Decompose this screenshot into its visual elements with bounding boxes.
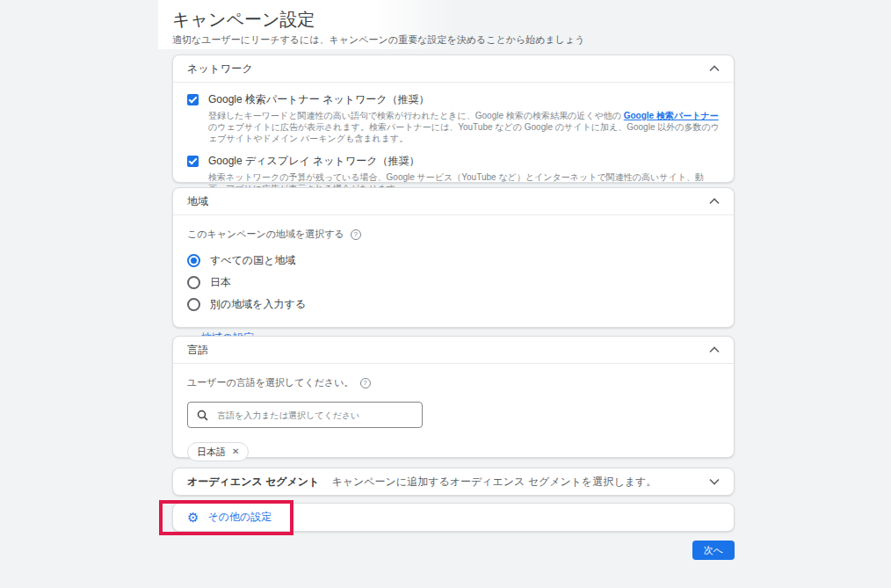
- gear-icon: ⚙: [187, 511, 199, 524]
- language-card-content: ユーザーの言語を選択してください。 ? 日本語 ✕: [173, 364, 734, 461]
- chevron-up-icon[interactable]: [709, 65, 720, 72]
- chevron-down-icon[interactable]: [709, 478, 720, 485]
- language-search-input[interactable]: [215, 410, 413, 421]
- description-text: のウェブサイトに広告が表示されます。検索パートナーには、YouTube などの …: [208, 122, 720, 143]
- next-button[interactable]: 次へ: [692, 541, 735, 560]
- description-text: 登録したキーワードと関連性の高い語句で検索が行われたときに、Google 検索の…: [208, 111, 624, 120]
- chevron-up-icon[interactable]: [709, 198, 720, 205]
- display-network-label: Google ディスプレイ ネットワーク（推奨）: [208, 154, 720, 169]
- language-search-box[interactable]: [187, 402, 423, 428]
- radio-all-countries[interactable]: すべての国と地域: [187, 253, 720, 267]
- display-network-checkbox[interactable]: [187, 156, 199, 167]
- other-settings-label: その他の設定: [207, 510, 272, 525]
- search-partners-checkbox[interactable]: [187, 94, 199, 105]
- audience-card-description: キャンペーンに追加するオーディエンス セグメントを選択します。: [331, 475, 709, 490]
- radio-japan[interactable]: 日本: [187, 275, 720, 289]
- other-settings-card[interactable]: ⚙ その他の設定: [172, 503, 735, 532]
- region-question-text: このキャンペーンの地域を選択する: [187, 228, 344, 241]
- language-card-title: 言語: [187, 343, 209, 358]
- search-partners-description: 登録したキーワードと関連性の高い語句で検索が行われたときに、Google 検索の…: [208, 110, 720, 144]
- region-question: このキャンペーンの地域を選択する ?: [187, 228, 720, 241]
- close-icon[interactable]: ✕: [232, 447, 239, 456]
- page-subtitle: 適切なユーザーにリーチするには、キャンペーンの重要な設定を決めることから始めまし…: [172, 33, 584, 47]
- region-card-content: このキャンペーンの地域を選択する ? すべての国と地域 日本 別の地域を入力する…: [173, 215, 734, 345]
- radio-label: すべての国と地域: [210, 253, 295, 268]
- chevron-up-icon[interactable]: [709, 346, 720, 353]
- language-question: ユーザーの言語を選択してください。 ?: [187, 376, 720, 389]
- search-partners-label: Google 検索パートナー ネットワーク（推奨）: [208, 92, 720, 107]
- language-card-header[interactable]: 言語: [173, 337, 734, 364]
- audience-card[interactable]: オーディエンス セグメント キャンペーンに追加するオーディエンス セグメントを選…: [172, 468, 735, 496]
- campaign-settings-page: キャンペーン設定 適切なユーザーにリーチするには、キャンペーンの重要な設定を決め…: [0, 0, 891, 588]
- radio-label: 別の地域を入力する: [210, 297, 306, 312]
- network-card-content: Google 検索パートナー ネットワーク（推奨） 登録したキーワードと関連性の…: [173, 83, 734, 194]
- radio-label: 日本: [210, 275, 231, 290]
- search-partners-link[interactable]: Google 検索パートナー: [624, 111, 719, 120]
- language-card: 言語 ユーザーの言語を選択してください。 ? 日本語 ✕: [172, 336, 735, 458]
- help-icon[interactable]: ?: [351, 229, 361, 240]
- network-card-header[interactable]: ネットワーク: [173, 55, 734, 83]
- help-icon[interactable]: ?: [360, 378, 371, 388]
- audience-card-title: オーディエンス セグメント: [187, 475, 319, 490]
- language-chip-japanese[interactable]: 日本語 ✕: [187, 442, 249, 461]
- radio-other-location[interactable]: 別の地域を入力する: [187, 297, 720, 311]
- language-question-text: ユーザーの言語を選択してください。: [187, 376, 354, 389]
- other-settings-row: ⚙ その他の設定: [173, 504, 734, 531]
- region-card-title: 地域: [187, 194, 209, 209]
- radio-button-selected[interactable]: [187, 254, 200, 267]
- network-card: ネットワーク Google 検索パートナー ネットワーク（推奨） 登録したキーワ…: [172, 54, 735, 183]
- audience-row: オーディエンス セグメント キャンペーンに追加するオーディエンス セグメントを選…: [173, 468, 734, 495]
- search-partners-row: Google 検索パートナー ネットワーク（推奨） 登録したキーワードと関連性の…: [187, 92, 720, 144]
- radio-button[interactable]: [187, 276, 200, 289]
- region-card-header[interactable]: 地域: [173, 188, 734, 215]
- region-card: 地域 このキャンペーンの地域を選択する ? すべての国と地域 日本 別の地域を入…: [172, 187, 735, 328]
- chip-label: 日本語: [197, 446, 226, 459]
- radio-button[interactable]: [187, 298, 200, 311]
- page-title: キャンペーン設定: [172, 8, 315, 32]
- network-card-title: ネットワーク: [187, 62, 253, 76]
- search-icon: [197, 410, 208, 421]
